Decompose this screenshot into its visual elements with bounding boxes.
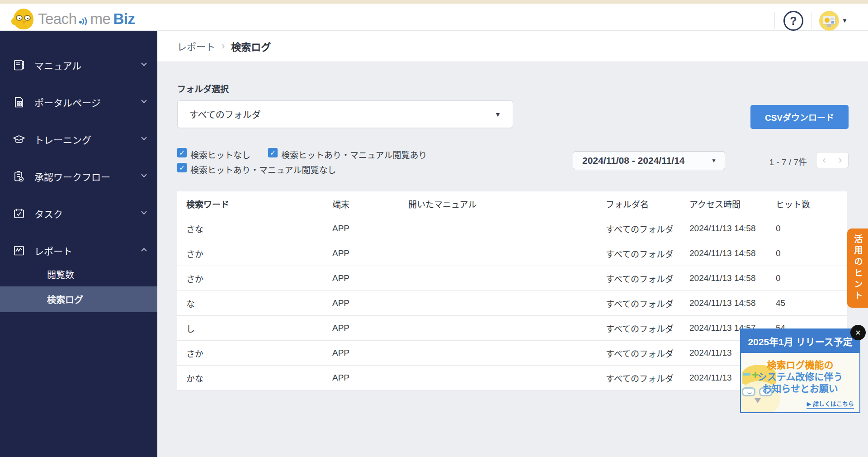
column-header: 検索ワード: [186, 198, 332, 210]
check-icon: ✓: [270, 149, 276, 157]
chevron-down-icon: [141, 173, 147, 178]
account-menu-caret-icon[interactable]: ▼: [842, 17, 848, 24]
result-count: 1 - 7 / 7件: [741, 155, 807, 167]
cell-folder: すべてのフォルダ: [606, 347, 689, 359]
graduation-cap-icon: [13, 133, 25, 146]
app-header: Teach me Biz ? ▼: [0, 4, 868, 31]
popup-details-link[interactable]: ▶ 詳しくはこちら: [807, 399, 854, 409]
cell-hits: 45: [776, 298, 847, 308]
header-divider: [811, 12, 811, 29]
pagination-prev-button[interactable]: ‹: [816, 152, 832, 168]
header-divider: [774, 12, 775, 29]
column-header: ヒット数: [776, 198, 847, 210]
sidebar-item-label: マニュアル: [34, 58, 81, 72]
table-row: さな APP すべてのフォルダ 2024/11/13 14:58 0: [177, 216, 847, 241]
cell-device: APP: [332, 298, 408, 308]
sidebar-item-report[interactable]: レポート: [0, 238, 157, 263]
column-header: アクセス時間: [689, 198, 776, 210]
question-mark-icon: ?: [790, 14, 797, 28]
cell-search-word: さか: [186, 272, 332, 285]
cell-folder: すべてのフォルダ: [606, 223, 689, 235]
checkbox-no-search-hit[interactable]: ✓: [177, 148, 187, 157]
sound-wave-icon: [79, 12, 90, 29]
checkbox-label[interactable]: 検索ヒットなし: [190, 148, 250, 161]
cell-search-word: さか: [186, 248, 332, 260]
folder-select-dropdown[interactable]: すべてのフォルダ ▼: [177, 100, 513, 128]
sidebar-item-label: 承認ワークフロー: [34, 170, 110, 183]
checkbox-label[interactable]: 検索ヒットあり・マニュアル閲覧あり: [281, 148, 427, 161]
sidebar-item-label: レポート: [34, 244, 72, 257]
table-row: さか APP すべてのフォルダ 2024/11/13 14:58 0: [177, 266, 847, 291]
app-root: Teach me Biz ? ▼: [0, 0, 868, 457]
teachme-biz-logo[interactable]: Teach me Biz: [12, 7, 135, 31]
cell-folder: すべてのフォルダ: [606, 372, 689, 384]
cell-access-time: 2024/11/13 14:58: [689, 273, 776, 283]
table-row: さか APP すべてのフォルダ 2024/11/13 14:58 0: [177, 241, 847, 266]
breadcrumb-separator-icon: ›: [222, 40, 225, 52]
popup-line-1: 検索ログ機能の: [741, 359, 859, 371]
table-row: な APP すべてのフォルダ 2024/11/13 14:58 45: [177, 291, 847, 316]
dropdown-caret-icon: ▼: [711, 157, 717, 164]
close-icon: ✕: [855, 328, 861, 337]
chevron-down-icon: [141, 99, 147, 104]
owl-beak-illustration: [755, 398, 761, 403]
sidebar-item-label: タスク: [34, 207, 63, 220]
column-header: 端末: [332, 198, 408, 210]
logo-me: me: [90, 10, 111, 28]
check-icon: ✓: [179, 149, 185, 157]
sidebar-nav: マニュアル ポータルページ トレーニング: [0, 31, 157, 457]
table-header-row: 検索ワード 端末 開いたマニュアル フォルダ名 アクセス時間 ヒット数: [177, 191, 847, 216]
popup-line-2: システム改修に伴う: [741, 371, 859, 383]
cell-access-time: 2024/11/13 14:58: [689, 224, 776, 233]
chevron-right-icon: ›: [839, 154, 842, 166]
breadcrumb-parent[interactable]: レポート: [177, 39, 215, 53]
breadcrumb: レポート › 検索ログ: [157, 31, 868, 62]
task-calendar-icon: [13, 207, 25, 220]
usage-tips-label: 活用のヒント: [852, 234, 864, 302]
popup-close-button[interactable]: ✕: [850, 325, 866, 340]
sidebar-item-training[interactable]: トレーニング: [0, 127, 157, 152]
sidebar-item-task[interactable]: タスク: [0, 201, 157, 226]
usage-tips-tab[interactable]: 活用のヒント: [847, 228, 868, 308]
checkbox-hit-viewed[interactable]: ✓: [268, 148, 278, 157]
checkbox-label[interactable]: 検索ヒットあり・マニュアル閲覧なし: [190, 163, 336, 176]
pagination: ‹ ›: [816, 152, 849, 168]
logo-biz: Biz: [113, 10, 135, 28]
column-header: フォルダ名: [606, 198, 689, 210]
cell-hits: 0: [776, 224, 847, 233]
page-title: 検索ログ: [231, 39, 271, 53]
sidebar-subitem-search-log[interactable]: 検索ログ: [0, 286, 157, 312]
sidebar-item-portal-page[interactable]: ポータルページ: [0, 90, 157, 115]
cell-hits: 0: [776, 273, 847, 283]
date-range-dropdown[interactable]: 2024/11/08 - 2024/11/14 ▼: [573, 151, 725, 170]
pagination-next-button[interactable]: ›: [832, 152, 849, 168]
cell-search-word: さか: [186, 347, 332, 359]
sidebar-item-manual[interactable]: マニュアル: [0, 52, 157, 78]
sidebar-item-approval-workflow[interactable]: 承認ワークフロー: [0, 164, 157, 189]
release-notice-popup: 2025年1月 リリース予定 + 検索ログ機能の システム改修に伴う お知らせと…: [740, 328, 860, 413]
sidebar-subitem-view-count[interactable]: 閲覧数: [0, 262, 157, 286]
cell-folder: すべてのフォルダ: [606, 248, 689, 260]
dropdown-caret-icon: ▼: [495, 111, 501, 118]
cell-device: APP: [332, 224, 408, 233]
report-chart-icon: [13, 244, 25, 257]
csv-download-button[interactable]: CSVダウンロード: [750, 105, 849, 129]
folder-select-label: フォルダ選択: [177, 82, 229, 95]
cell-search-word: な: [186, 297, 332, 309]
approval-clipboard-icon: [13, 170, 25, 183]
date-range-value: 2024/11/08 - 2024/11/14: [582, 155, 685, 166]
owl-mascot-icon: [12, 8, 34, 30]
sidebar-item-label: トレーニング: [34, 133, 91, 146]
popup-line-3: お知らせとお願い: [741, 383, 859, 395]
checkbox-hit-not-viewed[interactable]: ✓: [177, 163, 187, 172]
column-header: 開いたマニュアル: [408, 198, 606, 210]
chevron-down-icon: [141, 62, 147, 67]
cell-device: APP: [332, 248, 408, 258]
manual-book-icon: [13, 59, 25, 71]
chevron-up-icon: [141, 248, 147, 252]
help-button[interactable]: ?: [783, 11, 803, 31]
cell-folder: すべてのフォルダ: [606, 297, 689, 309]
sidebar-subitem-label: 閲覧数: [47, 268, 74, 281]
user-avatar[interactable]: [819, 11, 839, 31]
cell-access-time: 2024/11/13 14:58: [689, 298, 776, 308]
